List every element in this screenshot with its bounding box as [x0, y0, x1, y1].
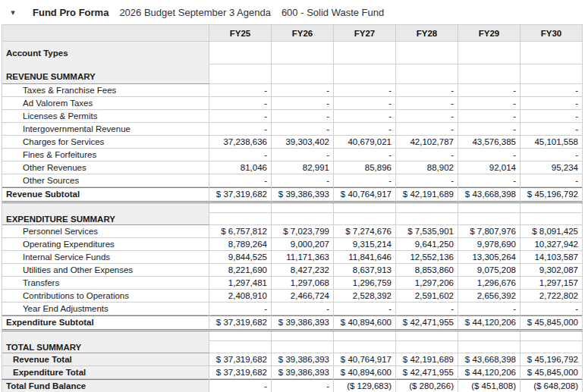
cell: -: [272, 174, 334, 187]
cell: -: [521, 174, 583, 187]
cell: -: [272, 97, 334, 110]
table-row: Account Types: [2, 42, 583, 64]
row-label: Fines & Forfeitures: [2, 149, 209, 162]
cell: 10,327,942: [521, 238, 583, 251]
table-row: Operating Expenditures8,789,2649,000,207…: [2, 238, 583, 251]
cell: [521, 213, 583, 225]
cell: ($ 451,808): [458, 379, 521, 392]
cell: -: [521, 123, 583, 136]
cell: [272, 203, 334, 213]
cell: 2,722,802: [521, 290, 583, 303]
cell: [396, 42, 458, 64]
cell: -: [396, 110, 458, 123]
cell: 82,991: [272, 162, 334, 174]
cell: $ 37,319,682: [209, 187, 272, 203]
table-row: Year End Adjustments------: [2, 303, 583, 315]
row-label: Revenue Total: [2, 353, 209, 366]
cell: [521, 341, 583, 353]
cell: [396, 341, 458, 353]
cell: -: [458, 174, 521, 187]
cell: 13,305,264: [458, 251, 521, 264]
table-row: Transfers1,297,4811,297,0681,296,7591,29…: [2, 277, 583, 290]
cell: 2,528,392: [334, 290, 396, 303]
row-label: Operating Expenditures: [2, 238, 209, 251]
cell: -: [334, 303, 396, 315]
cell: [396, 64, 458, 84]
cell: -: [521, 303, 583, 315]
cell: 11,841,646: [334, 251, 396, 264]
cell: [396, 213, 458, 225]
cell: $ 44,120,206: [458, 315, 521, 331]
fund-name: 600 - Solid Waste Fund: [281, 7, 384, 18]
cell: [458, 341, 521, 353]
table-body: Account TypesREVENUE SUMMARYTaxes & Fran…: [2, 42, 583, 392]
row-label: Transfers: [2, 277, 209, 290]
cell: 2,656,392: [458, 290, 521, 303]
table-row: Fines & Forfeitures------: [2, 149, 583, 162]
table-row: Expenditure Total$ 37,319,682$ 39,386,39…: [2, 366, 583, 379]
cell: $ 39,386,393: [272, 353, 334, 366]
cell: 43,576,385: [458, 136, 521, 149]
cell: -: [458, 123, 521, 136]
row-label: Internal Service Funds: [2, 251, 209, 264]
cell: -: [272, 303, 334, 315]
column-header-fy25: FY25: [209, 25, 272, 42]
cell: 9,315,214: [334, 238, 396, 251]
table-row: Contributions to Operations2,408,9102,46…: [2, 290, 583, 303]
table-row: Revenue Subtotal$ 37,319,682$ 39,386,393…: [2, 187, 583, 203]
table-row: Expenditure Subtotal$ 37,319,682$ 39,386…: [2, 315, 583, 331]
table-row: Revenue Total$ 37,319,682$ 39,386,393$ 4…: [2, 353, 583, 366]
fund-pro-forma-table: FY25FY26FY27FY28FY29FY30 Account TypesRE…: [2, 24, 583, 392]
cell: -: [334, 97, 396, 110]
table-row: Ad Valorem Taxes------: [2, 97, 583, 110]
cell: [334, 331, 396, 341]
table-row: Internal Service Funds9,844,52511,171,36…: [2, 251, 583, 264]
cell: $ 7,023,799: [272, 225, 334, 238]
table-row: Other Sources------: [2, 174, 583, 187]
cell: 1,296,759: [334, 277, 396, 290]
cell: 1,297,481: [209, 277, 272, 290]
cell: [458, 203, 521, 213]
cell: $ 45,845,000: [521, 366, 583, 379]
cell: 42,102,787: [396, 136, 458, 149]
report-title: Fund Pro Forma: [33, 7, 109, 18]
row-label: [2, 203, 209, 213]
table-row: Charges for Services37,238,63639,303,402…: [2, 136, 583, 149]
cell: -: [334, 110, 396, 123]
collapse-icon[interactable]: ▾: [7, 8, 19, 17]
cell: -: [334, 174, 396, 187]
cell: 1,297,206: [396, 277, 458, 290]
cell: [272, 331, 334, 341]
cell: 1,297,068: [272, 277, 334, 290]
cell: -: [334, 84, 396, 97]
cell: -: [458, 97, 521, 110]
cell: -: [272, 84, 334, 97]
cell: 81,046: [209, 162, 272, 174]
table-row: Intergovernmental Revenue------: [2, 123, 583, 136]
cell: $ 39,386,393: [272, 315, 334, 331]
cell: 1,297,157: [521, 277, 583, 290]
cell: $ 45,196,792: [521, 353, 583, 366]
cell: $ 39,386,393: [272, 366, 334, 379]
table-row: Total Fund Balance--($ 129,683)($ 280,26…: [2, 379, 583, 392]
row-label: REVENUE SUMMARY: [2, 64, 209, 84]
cell: $ 45,845,000: [521, 315, 583, 331]
cell: 40,679,021: [334, 136, 396, 149]
cell: 2,466,724: [272, 290, 334, 303]
cell: [209, 341, 272, 353]
row-label: Personnel Services: [2, 225, 209, 238]
cell: -: [396, 84, 458, 97]
cell: 8,853,860: [396, 264, 458, 277]
cell: -: [209, 379, 272, 392]
cell: 92,014: [458, 162, 521, 174]
cell: $ 42,191,689: [396, 353, 458, 366]
column-header-fy26: FY26: [272, 25, 334, 42]
cell: [209, 213, 272, 225]
column-header-fy28: FY28: [396, 25, 458, 42]
cell: $ 8,091,425: [521, 225, 583, 238]
cell: -: [272, 110, 334, 123]
column-header-fy29: FY29: [458, 25, 521, 42]
cell: 9,000,207: [272, 238, 334, 251]
cell: 8,221,690: [209, 264, 272, 277]
row-label: Total Fund Balance: [2, 379, 209, 392]
